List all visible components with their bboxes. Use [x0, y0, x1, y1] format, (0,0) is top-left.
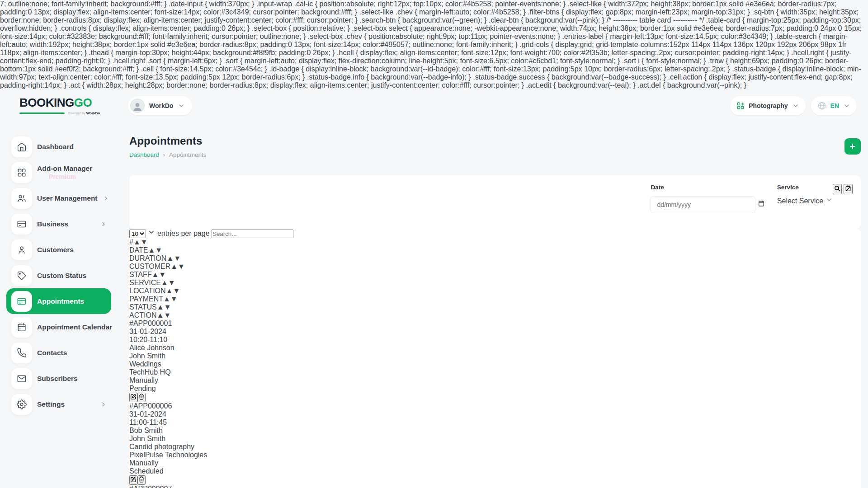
service-select-value: Select Service [777, 197, 823, 205]
table-header-row: #▲▼DATE▲▼DURATION▲▼CUSTOMER▲▼STAFF▲▼SERV… [129, 238, 861, 319]
home-icon [17, 142, 27, 152]
chevron-right-icon [100, 221, 107, 227]
user-icon [17, 245, 27, 255]
delete-button[interactable] [137, 475, 146, 485]
status-badge: Scheduled [129, 467, 164, 475]
table-row: #APP00000701-02-202409:20-10:10Bob Smith… [129, 485, 861, 488]
cell-date: 31-01-2024 [129, 410, 861, 418]
table-body: #APP00000131-01-202410:20-11:10Alice Joh… [129, 319, 861, 488]
trash-icon [138, 394, 145, 400]
sidebar-item-appointment-calendar[interactable]: Appointment Calendar [6, 314, 111, 340]
trash-icon [138, 476, 145, 483]
table-row: #APP00000631-01-202411:00-11:45Bob Smith… [129, 402, 861, 485]
sidebar-item-business[interactable]: Business [6, 211, 111, 237]
grid-icon [17, 168, 27, 178]
cell-staff: John Smith [129, 352, 861, 360]
appointment-id-badge: #APP000001 [129, 319, 172, 327]
calendar-icon [758, 200, 765, 207]
clear-filter-button[interactable] [844, 184, 853, 194]
sort-icon[interactable]: ▲▼ [157, 303, 171, 311]
sidebar-item-label: Custom Status [37, 272, 86, 280]
sort-icon[interactable]: ▲▼ [148, 246, 162, 254]
sidebar-item-label: Subscribers [37, 375, 78, 383]
sidebar-item-label: Add-on Manager [37, 164, 92, 173]
cell-location: PixelPulse Technologies [129, 451, 861, 459]
sort-icon[interactable]: ▲▼ [166, 254, 181, 262]
workspace-label: WorkDo [149, 102, 173, 109]
credit-card-icon [17, 219, 27, 229]
breadcrumb-dashboard-link[interactable]: Dashboard [129, 151, 159, 158]
service-filter-label: Service [777, 184, 833, 191]
cell-location: TechHub HQ [129, 368, 861, 376]
sidebar-item-dashboard[interactable]: Dashboard [6, 134, 111, 160]
globe-icon [817, 101, 826, 110]
apply-filter-button[interactable] [833, 184, 842, 194]
cell-duration: 10:20-11:10 [129, 336, 861, 344]
workspace-switcher[interactable]: WorkDo [128, 96, 192, 115]
sidebar-item-label: Appointments [37, 297, 84, 305]
chevron-right-icon [103, 195, 109, 202]
cell-service: Weddings [129, 360, 861, 368]
appointment-id-badge: #APP000007 [129, 485, 172, 488]
column-header-status[interactable]: STATUS▲▼ [129, 303, 861, 311]
column-header-payment[interactable]: PAYMENT▲▼ [129, 295, 861, 303]
grid-plus-icon [736, 102, 745, 110]
chevron-down-icon [148, 229, 155, 236]
chevron-down-icon [178, 102, 185, 109]
clear-filter-icon [844, 185, 852, 192]
users-icon [17, 193, 27, 203]
sidebar-item-sublabel: Premium [49, 173, 76, 180]
cell-customer: Bob Smith [129, 427, 861, 435]
date-filter-input[interactable] [651, 196, 755, 213]
table-search-input[interactable] [212, 230, 293, 238]
add-appointment-button[interactable] [844, 138, 861, 155]
sort-icon[interactable]: ▲▼ [151, 271, 166, 278]
main-content: Appointments Dashboard › Appointments Da… [119, 122, 868, 488]
sidebar-item-settings[interactable]: Settings [6, 391, 111, 417]
cell-duration: 11:00-11:45 [129, 418, 861, 427]
cell-service: Candid photography [129, 443, 861, 451]
gear-icon [17, 399, 27, 409]
service-select[interactable]: Select Service [777, 196, 833, 205]
cell-date: 31-01-2024 [129, 328, 861, 336]
language-label: EN [830, 102, 839, 109]
avatar [130, 99, 145, 113]
column-header-duration[interactable]: DURATION▲▼ [129, 254, 861, 263]
sort-icon[interactable]: ▲▼ [133, 238, 148, 246]
column-header-customer[interactable]: CUSTOMER▲▼ [129, 263, 861, 271]
date-filter-label: Date [651, 184, 764, 191]
sidebar-item-customers[interactable]: Customers [6, 237, 111, 263]
sort-icon[interactable]: ▲▼ [170, 263, 185, 270]
sort-icon[interactable]: ▲▼ [156, 311, 171, 319]
sidebar-item-subscribers[interactable]: Subscribers [6, 366, 111, 391]
column-header-col[interactable]: #▲▼ [129, 238, 861, 246]
page-size-select[interactable]: 10 [129, 230, 146, 238]
delete-button[interactable] [137, 393, 146, 402]
card-icon [17, 296, 27, 306]
sidebar-item-label: User Management [37, 194, 98, 202]
sidebar-item-add-on-manager[interactable]: Add-on ManagerPremium [6, 160, 111, 185]
module-selector[interactable]: Photography [730, 96, 805, 115]
sidebar-item-user-management[interactable]: User Management [6, 185, 111, 211]
edit-button[interactable] [129, 475, 137, 485]
table-row: #APP00000131-01-202410:20-11:10Alice Joh… [129, 319, 861, 402]
edit-button[interactable] [129, 393, 137, 402]
sort-icon[interactable]: ▲▼ [166, 287, 180, 295]
column-header-service[interactable]: SERVICE▲▼ [129, 279, 861, 287]
sidebar-item-contacts[interactable]: Contacts [6, 340, 111, 366]
appointments-table-panel: 10 entries per page #▲▼DATE▲▼DURATION▲▼C… [129, 229, 861, 488]
chevron-down-icon [843, 102, 850, 109]
column-header-date[interactable]: DATE▲▼ [129, 246, 861, 254]
filter-panel: Date Service Select Service [129, 175, 861, 229]
sidebar-nav: DashboardAdd-on ManagerPremiumUser Manag… [6, 134, 119, 417]
column-header-location[interactable]: LOCATION▲▼ [129, 287, 861, 295]
sort-icon[interactable]: ▲▼ [163, 295, 178, 303]
column-header-action[interactable]: ACTION▲▼ [129, 311, 861, 319]
appointment-id-badge: #APP000006 [129, 402, 172, 410]
sidebar-item-appointments[interactable]: Appointments [6, 288, 111, 314]
sort-icon[interactable]: ▲▼ [161, 279, 175, 286]
calendar-icon [17, 322, 27, 332]
sidebar-item-custom-status[interactable]: Custom Status [6, 263, 111, 288]
language-selector[interactable]: EN [811, 96, 857, 115]
column-header-staff[interactable]: STAFF▲▼ [129, 271, 861, 279]
